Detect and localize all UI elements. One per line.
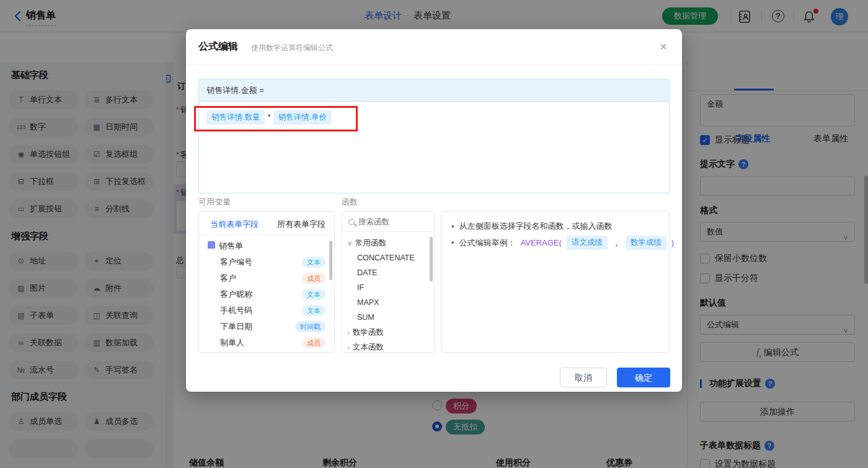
variables-tabs: 当前表单字段 所有表单字段: [199, 212, 334, 236]
type-badge: 成员: [302, 273, 326, 284]
annotation-highlight-box: [194, 106, 358, 131]
close-icon[interactable]: ×: [656, 39, 671, 54]
variable-row[interactable]: 客户昵称文本: [199, 286, 334, 302]
function-group-math[interactable]: ›数学函数: [342, 325, 434, 340]
app-screen: 销售单 表单设计 表单设置 数据管理 ? 理 表单外链 后端脚本 数据权 预览 …: [0, 0, 868, 468]
chevron-right-icon: ›: [347, 329, 350, 336]
tip-line-1: • 从左侧面板选择字段名和函数，或输入函数: [451, 221, 613, 232]
tab-all-form-fields[interactable]: 所有表单字段: [277, 219, 326, 230]
variable-row[interactable]: 下单日期时间戳: [199, 319, 334, 335]
formula-editor-box[interactable]: 销售详情.金额 = 销售详情.数量*销售详情.单价: [198, 79, 670, 193]
formula-editor-modal: 公式编辑 使用数学运算符编辑公式 × 销售详情.金额 = 销售详情.数量*销售详…: [186, 29, 682, 392]
tip-line-2: • 公式编辑举例：AVERAGE( 语文成绩，数学成绩 ): [451, 236, 674, 250]
functions-panel: ∨常用函数 CONCATENATE DATE IF MAPX SUM ›数学函数…: [342, 211, 435, 353]
type-badge: 时间戳: [295, 321, 326, 332]
variables-panel: 当前表单字段 所有表单字段 销售单 客户编号文本 客户成员 客户昵称文本 手机号…: [198, 211, 335, 353]
example-arg-chip: 语文成绩: [567, 236, 608, 250]
functions-label: 函数: [342, 196, 358, 208]
variable-row[interactable]: 制单人成员: [199, 335, 334, 351]
function-item-mapx[interactable]: MAPX: [342, 295, 434, 310]
variables-scrollbar-thumb[interactable]: [329, 241, 332, 280]
function-group-text[interactable]: ›文本函数: [342, 340, 434, 353]
type-badge: 文本: [302, 257, 326, 268]
function-item-sum[interactable]: SUM: [342, 310, 434, 325]
bullet-icon: •: [451, 222, 454, 231]
example-close-paren: ): [671, 238, 674, 247]
function-search[interactable]: [342, 212, 434, 232]
example-arg-chip: 数学成绩: [626, 236, 666, 250]
tab-current-form-fields[interactable]: 当前表单字段: [210, 219, 259, 230]
function-item-concatenate[interactable]: CONCATENATE: [342, 250, 434, 265]
type-badge: 成员: [302, 337, 326, 348]
variable-row[interactable]: 客户成员: [199, 270, 334, 286]
bullet-icon: •: [451, 238, 454, 247]
available-variables-label: 可用变量: [198, 196, 231, 208]
variable-row[interactable]: 客户编号文本: [199, 254, 334, 270]
confirm-button[interactable]: 确定: [617, 368, 670, 387]
function-item-date[interactable]: DATE: [342, 265, 434, 280]
modal-title: 公式编辑: [198, 40, 238, 53]
tips-panel: • 从左侧面板选择字段名和函数，或输入函数 • 公式编辑举例：AVERAGE( …: [441, 211, 670, 353]
chevron-right-icon: ›: [347, 343, 350, 351]
function-item-if[interactable]: IF: [342, 280, 434, 295]
type-badge: 文本: [302, 305, 326, 316]
tree-root-sales-order[interactable]: 销售单: [199, 238, 334, 254]
cancel-button[interactable]: 取消: [560, 368, 607, 387]
formula-target: 销售详情.金额 =: [199, 79, 669, 102]
form-doc-icon: [208, 241, 215, 250]
variable-row[interactable]: 手机号码文本: [199, 302, 334, 319]
modal-subtitle: 使用数学运算符编辑公式: [251, 43, 333, 53]
example-function-name: AVERAGE(: [521, 238, 562, 247]
function-group-common[interactable]: ∨常用函数: [342, 236, 434, 250]
chevron-down-icon: ∨: [347, 239, 352, 247]
functions-scrollbar-thumb[interactable]: [430, 237, 433, 281]
search-icon: [348, 219, 355, 225]
type-badge: 文本: [302, 289, 326, 300]
divider: [186, 64, 682, 65]
function-search-input[interactable]: [358, 218, 420, 226]
